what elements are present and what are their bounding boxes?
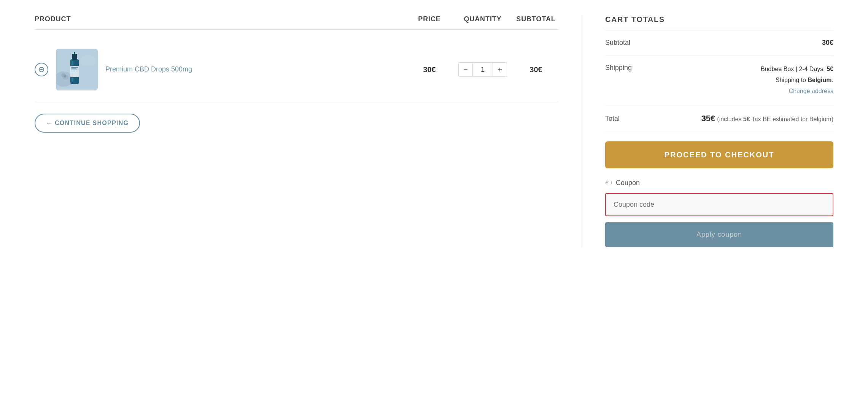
product-cell: Premium CBD Drops 500mg bbox=[35, 49, 407, 90]
cart-section: PRODUCT PRICE QUANTITY SUBTOTAL bbox=[35, 15, 559, 247]
remove-item-button[interactable] bbox=[35, 63, 48, 76]
tax-note: (includes 5€ Tax BE estimated for Belgiu… bbox=[717, 116, 833, 122]
section-divider bbox=[582, 15, 582, 247]
svg-rect-12 bbox=[71, 70, 77, 70]
svg-point-4 bbox=[81, 54, 96, 66]
col-quantity: QUANTITY bbox=[452, 15, 513, 23]
shipping-row: Shipping Budbee Box | 2-4 Days: 5€ Shipp… bbox=[605, 55, 833, 105]
continue-shopping-button[interactable]: ← CONTINUE SHOPPING bbox=[35, 114, 140, 133]
apply-coupon-button[interactable]: Apply coupon bbox=[605, 222, 833, 247]
coupon-tag-icon: 🏷 bbox=[605, 179, 612, 187]
quantity-increase-button[interactable]: + bbox=[493, 62, 507, 77]
product-image bbox=[56, 49, 98, 90]
col-subtotal: SUBTOTAL bbox=[513, 15, 559, 23]
coupon-input-wrapper bbox=[605, 193, 833, 216]
total-label: Total bbox=[605, 115, 620, 123]
cart-table-header: PRODUCT PRICE QUANTITY SUBTOTAL bbox=[35, 15, 559, 30]
shipping-info: Budbee Box | 2-4 Days: 5€ Shipping to Be… bbox=[761, 64, 833, 97]
subtotal-value: 30€ bbox=[822, 39, 833, 47]
svg-rect-10 bbox=[71, 67, 78, 68]
page-container: PRODUCT PRICE QUANTITY SUBTOTAL bbox=[35, 15, 833, 247]
svg-rect-7 bbox=[72, 54, 77, 60]
svg-rect-13 bbox=[71, 71, 76, 71]
product-info: Premium CBD Drops 500mg bbox=[105, 65, 192, 74]
cart-totals-title: CART TOTALS bbox=[605, 15, 833, 30]
coupon-label: 🏷 Coupon bbox=[605, 179, 833, 187]
product-name: Premium CBD Drops 500mg bbox=[105, 65, 192, 74]
subtotal-cell: 30€ bbox=[513, 65, 559, 74]
price-cell: 30€ bbox=[407, 65, 452, 74]
quantity-decrease-button[interactable]: − bbox=[458, 62, 473, 77]
table-row: Premium CBD Drops 500mg 30€ − + 30€ bbox=[35, 37, 559, 102]
proceed-to-checkout-button[interactable]: PROCEED TO CHECKOUT bbox=[605, 141, 833, 168]
change-address-link[interactable]: Change address bbox=[789, 88, 833, 94]
svg-rect-11 bbox=[71, 68, 76, 69]
col-product: PRODUCT bbox=[35, 15, 407, 23]
subtotal-row: Subtotal 30€ bbox=[605, 30, 833, 55]
quantity-cell: − + bbox=[452, 62, 513, 77]
col-price: PRICE bbox=[407, 15, 452, 23]
total-row: Total 35€ (includes 5€ Tax BE estimated … bbox=[605, 105, 833, 132]
quantity-input[interactable] bbox=[473, 62, 493, 77]
cart-totals-section: CART TOTALS Subtotal 30€ Shipping Budbee… bbox=[605, 15, 833, 247]
subtotal-label: Subtotal bbox=[605, 39, 630, 47]
total-amount: 35€ (includes 5€ Tax BE estimated for Be… bbox=[701, 114, 833, 124]
svg-point-16 bbox=[64, 75, 66, 78]
svg-rect-8 bbox=[74, 52, 75, 55]
shipping-to: Shipping to Belgium. bbox=[761, 75, 833, 86]
change-address: Change address bbox=[761, 86, 833, 97]
coupon-code-input[interactable] bbox=[606, 194, 833, 215]
shipping-label: Shipping bbox=[605, 64, 632, 72]
shipping-option: Budbee Box | 2-4 Days: 5€ bbox=[761, 64, 833, 75]
